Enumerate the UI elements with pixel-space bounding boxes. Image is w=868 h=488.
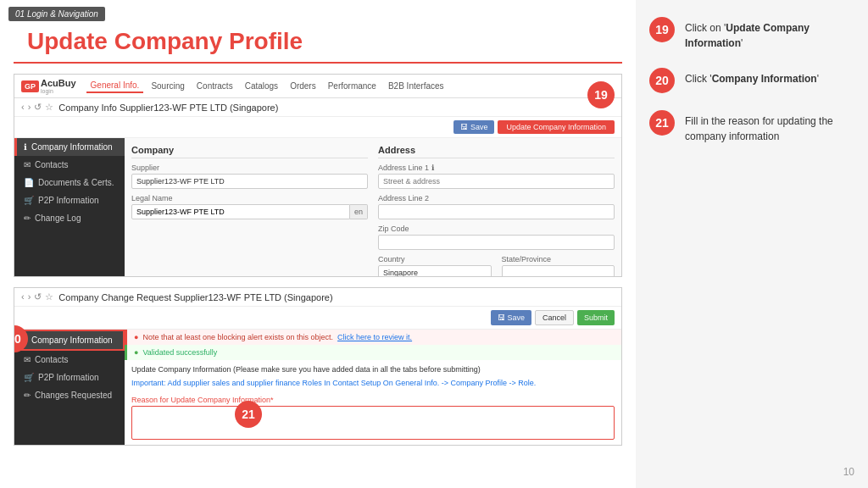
back-icon[interactable]: ‹ (21, 102, 25, 113)
country-label: Country (378, 255, 492, 263)
sidebar-item-company-info2[interactable]: ℹ Company Information (14, 330, 125, 351)
nav-catalogs[interactable]: Catalogs (241, 80, 282, 92)
legal-name-suffix: en (350, 204, 368, 219)
back-icon2[interactable]: ‹ (21, 291, 25, 302)
forward-icon[interactable]: › (28, 102, 31, 113)
sidebar-item-changes[interactable]: ✏ Changes Requested (14, 386, 125, 404)
breadcrumb-title2: Company Change Request Supplier123-WF PT… (58, 292, 332, 302)
instruction-bold-20: Company Information (712, 73, 817, 85)
country-field: Country (378, 255, 492, 277)
submit-button[interactable]: Submit (577, 310, 615, 325)
instruction-bold-19: Update Company Information (685, 22, 810, 49)
refresh-icon2[interactable]: ↺ (34, 291, 42, 302)
zip-label: Zip Code (378, 225, 615, 233)
alert-warning-link[interactable]: Click here to review it. (337, 333, 412, 341)
form-content: Company Supplier Legal Name en (125, 138, 621, 277)
instruction-badge-20: 20 (649, 68, 675, 93)
sidebar-item-p2p[interactable]: 🛒 P2P Information (14, 191, 125, 209)
state-input[interactable] (502, 265, 615, 277)
zip-input[interactable] (378, 235, 615, 250)
nav-icons2: ‹ › ↺ ☆ (21, 291, 53, 302)
sidebar-label-docs: Documents & Certs. (38, 178, 114, 187)
update-company-button[interactable]: Update Company Information (498, 120, 615, 134)
star-icon2[interactable]: ☆ (45, 291, 53, 302)
reason-field: Reason for Update Company Information* (131, 396, 615, 441)
company-section-title: Company (131, 145, 368, 158)
cancel-button[interactable]: Cancel (535, 310, 574, 325)
sidebar-item-contacts[interactable]: ✉ Contacts (14, 156, 125, 174)
state-label: State/Province (502, 255, 615, 263)
logo-gp: GP (21, 80, 39, 92)
sidebar-item-changelog[interactable]: ✏ Change Log (14, 209, 125, 227)
reason-textarea[interactable] (131, 406, 615, 440)
refresh-icon[interactable]: ↺ (34, 102, 42, 113)
p2p-icon2: 🛒 (24, 373, 34, 382)
address-line1-input[interactable] (378, 174, 615, 189)
instruction-19: 19 Click on 'Update Company Information' (649, 17, 854, 51)
changelog-icon: ✏ (24, 214, 31, 223)
page-number: 10 (843, 466, 854, 478)
reason-label: Reason for Update Company Information* (131, 396, 615, 404)
changes-icon: ✏ (24, 391, 31, 400)
page-title: Update Company Profile (14, 21, 622, 64)
action-bar2: 🖫 Save Cancel Submit (14, 307, 621, 330)
country-input[interactable] (378, 265, 492, 277)
main-content: ℹ Company Information ✉ Contacts 📄 Docum… (14, 138, 621, 277)
action-bar: 🖫 Save Update Company Information (14, 117, 621, 138)
sidebar-item-contacts2[interactable]: ✉ Contacts (14, 351, 125, 369)
supplier-input[interactable] (131, 174, 368, 189)
address-line1-label: Address Line 1 ℹ (378, 164, 615, 172)
sidebar-item-p2p2[interactable]: 🛒 P2P Information (14, 369, 125, 386)
legal-name-field: Legal Name en (131, 194, 368, 219)
alert-success: ● Validated successfully (125, 345, 621, 360)
contacts-icon2: ✉ (24, 355, 31, 364)
address-col: Address Address Line 1 ℹ Address Line 2 … (378, 145, 615, 277)
address-line2-label: Address Line 2 (378, 194, 615, 202)
sidebar-label-company-info: Company Information (31, 142, 113, 152)
action-buttons: 🖫 Save Update Company Information (453, 120, 615, 134)
instruction-text-20: Click 'Company Information' (685, 68, 819, 86)
docs-icon: 📄 (24, 178, 34, 187)
app-nav: GP AcuBuy login General Info. Sourcing C… (14, 75, 621, 98)
info-icon: ℹ (24, 142, 27, 152)
nav-b2b[interactable]: B2B Interfaces (384, 80, 448, 92)
info-link[interactable]: Important: Add supplier sales and suppli… (125, 377, 621, 392)
save-button[interactable]: 🖫 Save (453, 120, 494, 134)
ss2-main: ℹ Company Information ✉ Contacts 🛒 P2P I… (14, 330, 621, 445)
star-icon[interactable]: ☆ (45, 102, 53, 113)
app-logo: GP AcuBuy login (21, 78, 76, 94)
logo-text: AcuBuy (41, 78, 76, 88)
nav-general-info[interactable]: General Info. (86, 79, 144, 93)
sidebar-item-company-info[interactable]: ℹ Company Information (14, 138, 125, 156)
nav-contracts[interactable]: Contracts (192, 80, 237, 92)
screenshot1: 19 GP AcuBuy login General Info. Sourcin… (14, 74, 622, 277)
ss2-content: ● Note that at least one blocking alert … (125, 330, 621, 445)
sidebar2: ℹ Company Information ✉ Contacts 🛒 P2P I… (14, 330, 125, 445)
address-line2-field: Address Line 2 (378, 194, 615, 219)
nav-orders[interactable]: Orders (286, 80, 320, 92)
address-section-title: Address (378, 145, 615, 158)
legal-name-input[interactable] (131, 204, 350, 219)
supplier-label: Supplier (131, 164, 368, 172)
instruction-21: 21 Fill in the reason for updating the c… (649, 110, 854, 144)
save-button2[interactable]: 🖫 Save (491, 310, 531, 325)
instruction-badge-19: 19 (649, 17, 675, 42)
alert-warning-text: Note that at least one blocking alert ex… (142, 333, 333, 341)
zip-field: Zip Code (378, 225, 615, 250)
address-line1-field: Address Line 1 ℹ (378, 164, 615, 189)
step-badge-19: 19 (587, 81, 615, 108)
forward-icon2[interactable]: › (28, 291, 31, 302)
supplier-field: Supplier (131, 164, 368, 189)
nav-performance[interactable]: Performance (324, 80, 381, 92)
instruction-badge-21: 21 (649, 110, 675, 136)
nav-sourcing[interactable]: Sourcing (147, 80, 188, 92)
alert-success-text: Validated successfully (142, 348, 217, 357)
action-buttons2: 🖫 Save Cancel Submit (491, 310, 615, 325)
sidebar-item-docs[interactable]: 📄 Documents & Certs. (14, 174, 125, 191)
sidebar-label-p2p2: P2P Information (38, 373, 99, 382)
info-text: Update Company Information (Please make … (125, 360, 621, 377)
sidebar-label-contacts2: Contacts (35, 355, 68, 364)
success-icon: ● (134, 348, 138, 357)
address-line2-input[interactable] (378, 204, 615, 219)
instructions-panel: 19 Click on 'Update Company Information'… (636, 0, 868, 488)
